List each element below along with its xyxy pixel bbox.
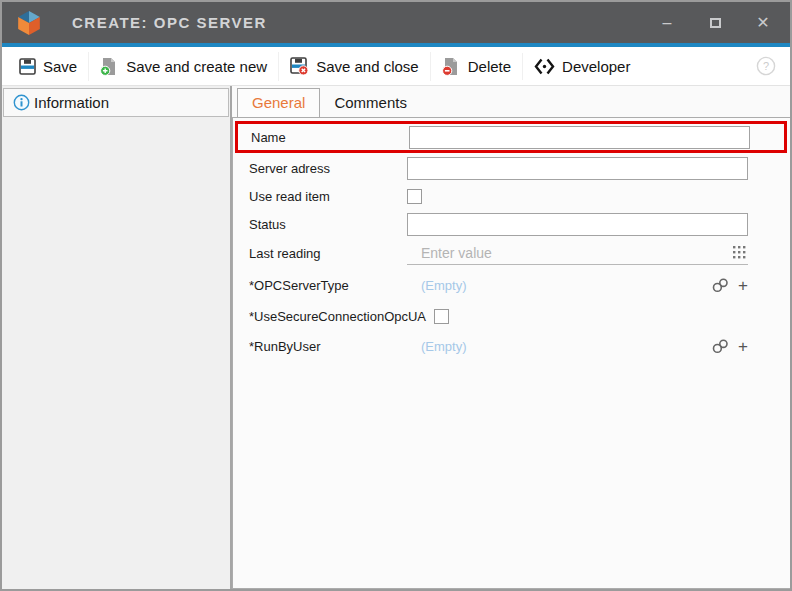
minimize-button[interactable]: – <box>650 9 684 37</box>
status-label: Status <box>249 217 407 232</box>
sidebar: Information <box>2 86 232 589</box>
save-and-create-new-label: Save and create new <box>126 58 267 75</box>
delete-button-label: Delete <box>468 58 511 75</box>
tab-general[interactable]: General <box>237 88 320 117</box>
name-label: Name <box>251 130 409 145</box>
help-icon: ? <box>756 56 776 76</box>
form-row-opcservertype: *OPCServerType (Empty) + <box>233 269 790 302</box>
maximize-button[interactable] <box>698 9 732 37</box>
save-button-label: Save <box>43 58 77 75</box>
form-row-name: Name <box>235 121 787 153</box>
save-icon <box>19 58 36 75</box>
window-title: CREATE: OPC SERVER <box>72 14 267 31</box>
save-close-icon <box>290 57 309 76</box>
name-input[interactable] <box>409 126 750 149</box>
grid-icon[interactable] <box>733 246 746 259</box>
use-read-item-checkbox[interactable] <box>407 189 422 204</box>
form-row-status: Status <box>233 210 790 238</box>
opcservertype-label: *OPCServerType <box>249 278 407 293</box>
maximize-icon <box>710 18 721 28</box>
last-reading-input[interactable] <box>407 242 748 265</box>
titlebar: CREATE: OPC SERVER – ✕ <box>2 2 790 43</box>
delete-icon <box>442 57 461 76</box>
save-and-close-label: Save and close <box>316 58 419 75</box>
link-icon[interactable] <box>712 339 729 354</box>
sidebar-item-information[interactable]: Information <box>3 88 229 117</box>
info-icon <box>13 94 30 111</box>
create-opc-server-window: CREATE: OPC SERVER – ✕ Save Save and c <box>0 0 792 591</box>
window-body: Information General Comments Name Ser <box>2 86 790 589</box>
opcservertype-value[interactable]: (Empty) <box>407 278 467 293</box>
app-logo-icon <box>16 11 42 35</box>
developer-button-label: Developer <box>562 58 630 75</box>
form-row-usesecureconnectionopcua: *UseSecureConnectionOpcUA <box>233 302 790 330</box>
help-button[interactable]: ? <box>756 56 776 76</box>
form-row-runbyuser: *RunByUser (Empty) + <box>233 330 790 363</box>
delete-button[interactable]: Delete <box>430 52 522 81</box>
save-and-create-new-button[interactable]: Save and create new <box>88 52 278 81</box>
general-form-panel: Name Server adress Use read item <box>232 117 790 589</box>
form-row-use-read-item: Use read item <box>233 182 790 210</box>
toolbar: Save Save and create new Save and close <box>2 47 790 86</box>
developer-button[interactable]: Developer <box>522 53 641 80</box>
tab-comments[interactable]: Comments <box>320 89 421 117</box>
server-adress-label: Server adress <box>249 161 407 176</box>
save-and-close-button[interactable]: Save and close <box>278 52 430 81</box>
svg-text:?: ? <box>763 60 769 72</box>
close-button[interactable]: ✕ <box>746 9 780 37</box>
form-row-last-reading: Last reading <box>233 238 790 269</box>
plus-icon[interactable]: + <box>738 338 748 355</box>
runbyuser-value[interactable]: (Empty) <box>407 339 467 354</box>
last-reading-label: Last reading <box>249 246 407 261</box>
usesecureconnectionopcua-label: *UseSecureConnectionOpcUA <box>249 309 434 324</box>
window-controls: – ✕ <box>650 9 780 37</box>
status-input[interactable] <box>407 213 748 236</box>
link-icon[interactable] <box>712 278 729 293</box>
form-row-server-adress: Server adress <box>233 154 790 182</box>
usesecureconnectionopcua-checkbox[interactable] <box>434 309 449 324</box>
main-area: General Comments Name Server adress <box>232 86 790 589</box>
plus-icon[interactable]: + <box>738 277 748 294</box>
save-button[interactable]: Save <box>8 53 88 80</box>
runbyuser-label: *RunByUser <box>249 339 407 354</box>
use-read-item-label: Use read item <box>249 189 407 204</box>
sidebar-item-label: Information <box>34 94 109 111</box>
server-adress-input[interactable] <box>407 157 748 180</box>
developer-icon <box>534 58 555 75</box>
tabbar: General Comments <box>232 86 790 117</box>
save-create-new-icon <box>100 57 119 76</box>
